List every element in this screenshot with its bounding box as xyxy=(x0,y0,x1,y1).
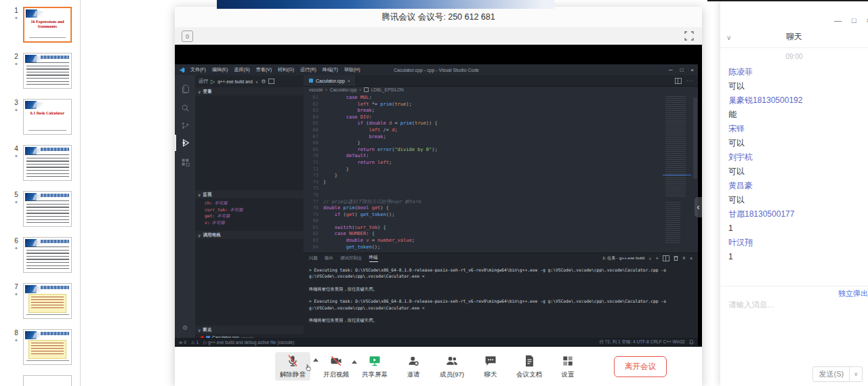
maximize-icon[interactable]: □ xyxy=(680,67,683,73)
watch-item[interactable]: get:不可用 xyxy=(195,213,304,219)
slide-thumbnail[interactable] xyxy=(23,191,72,227)
panel-tab[interactable]: 调试控制台 xyxy=(340,255,363,261)
popout-link[interactable]: 独立弹出 xyxy=(838,288,868,299)
slide-list-item[interactable]: 2✦ xyxy=(9,53,72,89)
watch-item[interactable]: ch:不可用 xyxy=(195,200,304,207)
panel-tab[interactable]: 终端 xyxy=(369,255,378,262)
send-options-caret[interactable]: ∨ xyxy=(850,369,862,379)
new-terminal-icon[interactable]: + xyxy=(656,256,659,261)
breadcrumb-item[interactable]: Caculator.cpp xyxy=(330,87,357,92)
section-variables[interactable]: ∨ 变量 xyxy=(195,87,304,95)
options-caret-icon[interactable] xyxy=(313,358,318,362)
docs-button[interactable]: 会议文档 xyxy=(516,354,542,379)
editor-scrollbar[interactable] xyxy=(693,95,698,251)
vscode-menu-item[interactable]: 帮助(H) xyxy=(344,66,360,73)
manage-gear-icon[interactable]: ⚙ xyxy=(175,320,195,336)
slide-list-item[interactable] xyxy=(9,375,72,386)
breadcrumb[interactable]: vscode›Caculator.cpp›LDBL_EPSILON xyxy=(304,86,698,93)
notifications-bell-icon[interactable] xyxy=(689,339,694,345)
fullscreen-icon[interactable] xyxy=(684,31,694,41)
slide-list-item[interactable]: 5✦ xyxy=(9,191,72,227)
breadcrumb-item[interactable]: vscode xyxy=(309,87,323,92)
slide-thumbnail[interactable]: 6.1 Desk Calculator xyxy=(23,99,72,135)
slide-thumbnail[interactable] xyxy=(23,375,72,386)
collapse-share-chevron[interactable]: ‹ xyxy=(695,197,702,217)
breadcrumb-item[interactable]: LDBL_EPSILON xyxy=(371,87,404,92)
options-caret-icon[interactable] xyxy=(352,360,357,364)
chevron-down-icon[interactable]: ∨ xyxy=(726,34,731,41)
vscode-menu-item[interactable]: 运行(R) xyxy=(300,66,316,73)
chat-sender-name[interactable]: 黄昌豪 xyxy=(728,179,864,193)
status-task[interactable]: ▷ g++.exe build and debug active file (v… xyxy=(203,340,294,345)
minimize-icon[interactable]: — xyxy=(834,16,842,24)
maximize-panel-icon[interactable]: ∧ xyxy=(682,255,686,261)
vscode-menu-item[interactable]: 编辑(E) xyxy=(212,66,228,73)
vscode-menu-item[interactable]: 选择(S) xyxy=(234,66,249,73)
run-debug-icon[interactable] xyxy=(175,135,195,151)
vscode-menu-item[interactable]: 终端(T) xyxy=(323,66,338,73)
annotation-count-badge[interactable]: 0 xyxy=(182,30,193,42)
invite-button[interactable]: 邀请 xyxy=(400,354,426,379)
chat-button[interactable]: 聊天 xyxy=(478,354,503,379)
start-debug-icon[interactable]: ▷ xyxy=(211,79,215,85)
slide-thumbnail[interactable] xyxy=(23,329,72,365)
chat-sender-name[interactable]: 刘宇杭 xyxy=(728,150,864,165)
chat-sender-name[interactable]: 叶汉翔 xyxy=(728,236,864,250)
chat-sender-name[interactable]: 甘愿18130500177 xyxy=(728,207,864,221)
section-watch[interactable]: ∨ 监视 xyxy=(195,190,304,198)
panel-tab[interactable]: 输出 xyxy=(325,255,333,261)
slide-list-item[interactable]: 3✦6.1 Desk Calculator xyxy=(9,99,72,135)
slide-thumbnail[interactable] xyxy=(23,145,72,181)
share-button[interactable]: 共享屏幕 xyxy=(362,354,388,379)
code-editor[interactable]: 61 case MUL:62 left *= prim(true);63 bre… xyxy=(304,95,686,251)
source-control-icon[interactable] xyxy=(175,117,195,133)
minimize-icon[interactable]: ─ xyxy=(669,67,673,73)
watch-item[interactable]: curr_tok:不可用 xyxy=(195,207,304,213)
section-breakpoints[interactable]: ∨ 断点 xyxy=(195,326,304,334)
vscode-menu-item[interactable]: 转到(G) xyxy=(278,66,294,73)
leave-meeting-button[interactable]: 离开会议 xyxy=(614,356,667,377)
slide-thumbnail[interactable] xyxy=(23,53,72,89)
slide-list-item[interactable]: 7✦ xyxy=(9,283,72,319)
tab-caculator-cpp[interactable]: Caculator.cpp × xyxy=(304,75,356,86)
close-panel-icon[interactable]: × xyxy=(690,256,693,261)
debug-views-icon[interactable] xyxy=(268,79,274,84)
vscode-menu-item[interactable]: 查看(V) xyxy=(256,66,272,73)
section-call-stack[interactable]: ∨ 调用堆栈 xyxy=(195,231,304,239)
slide-thumbnail[interactable]: 16 Expressions and Statements xyxy=(23,7,72,43)
slide-thumbnail[interactable] xyxy=(23,237,72,273)
debug-gear-icon[interactable]: ⚙ xyxy=(261,79,266,85)
message-input[interactable]: 请输入消息... xyxy=(728,300,774,310)
terminal-output[interactable]: > Executing task: D:\VSCode\x86_64-8.1.0… xyxy=(304,263,698,324)
watch-item[interactable]: v:不可用 xyxy=(195,219,304,226)
slide-list-item[interactable]: 8✦ xyxy=(9,329,72,365)
search-icon[interactable] xyxy=(175,100,195,116)
send-button[interactable]: 发送(S) ∨ xyxy=(812,366,863,382)
debug-run-bar[interactable]: 运行 ▷ g++.exe build and ∨ ⚙ xyxy=(195,75,304,87)
close-icon[interactable]: × xyxy=(690,67,694,73)
chat-message-list[interactable]: 陈凌菲可以巢豪锐18130500192能宋铎可以刘宇杭可以黄昌豪可以甘愿1813… xyxy=(728,65,864,264)
slide-list-item[interactable]: 6✦ xyxy=(9,237,72,273)
terminal-select[interactable]: 1: 任务 - g++.exe build xyxy=(602,255,644,261)
split-terminal-icon[interactable] xyxy=(663,255,669,261)
camera-button[interactable]: 开启视频 xyxy=(323,354,349,379)
split-editor-icon[interactable] xyxy=(675,78,682,84)
debug-config-select[interactable]: g++.exe build and xyxy=(218,79,253,84)
status-warnings[interactable]: ⚠ 1 xyxy=(191,340,199,345)
panel-tab[interactable]: 问题 xyxy=(309,255,318,261)
chat-sender-name[interactable]: 巢豪锐18130500192 xyxy=(728,93,864,108)
extensions-icon[interactable] xyxy=(175,154,195,170)
explorer-icon[interactable] xyxy=(175,81,195,97)
meeting-titlebar[interactable]: 腾讯会议 会议号: 250 612 681 xyxy=(175,7,702,28)
status-errors[interactable]: ⊗ 0 xyxy=(179,340,186,345)
more-actions-icon[interactable]: ··· xyxy=(686,78,694,84)
members-button[interactable]: 成员(97) xyxy=(439,354,465,379)
settings-button[interactable]: 设置 xyxy=(555,354,581,379)
slide-list-item[interactable]: 1✦16 Expressions and Statements xyxy=(9,7,72,43)
slide-thumbnail[interactable] xyxy=(23,283,72,319)
chat-sender-name[interactable]: 宋铎 xyxy=(728,122,864,136)
kill-terminal-icon[interactable] xyxy=(674,255,678,261)
slide-list-item[interactable]: 4✦ xyxy=(9,145,72,181)
status-editor-info[interactable]: 行 72, 列 1 空格: 4 UTF-8 CRLF C++ Win32 xyxy=(600,339,685,345)
chat-sender-name[interactable]: 陈凌菲 xyxy=(728,65,864,79)
